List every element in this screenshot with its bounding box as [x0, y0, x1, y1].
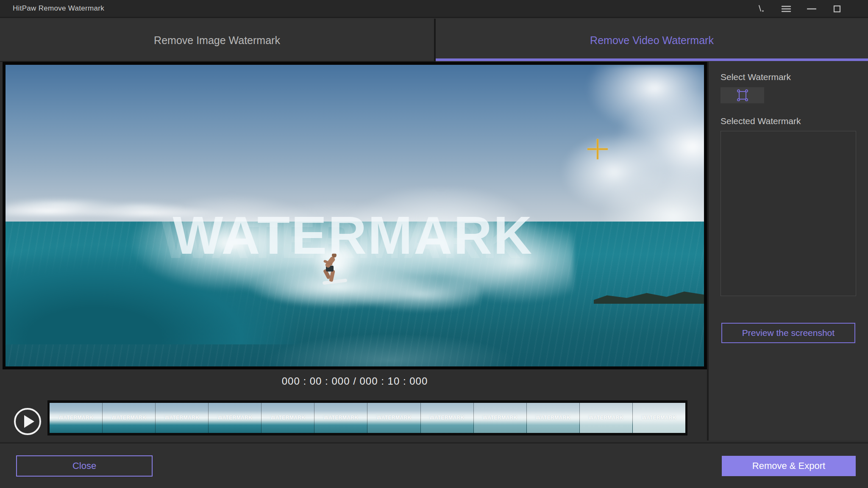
frame-watermark-label: WATERMARK — [633, 414, 685, 420]
window-controls — [755, 0, 843, 18]
filmstrip-frame[interactable]: WATERMARK — [314, 403, 367, 433]
close-button[interactable]: Close — [16, 455, 153, 477]
app-window: HitPaw Remove Watermark — [0, 0, 868, 488]
tab-remove-image-watermark[interactable]: Remove Image Watermark — [0, 19, 434, 62]
footer-bar: Close Remove & Export — [0, 442, 868, 488]
filmstrip-frame[interactable]: WATERMARK — [421, 403, 474, 433]
frame-watermark-label: WATERMARK — [527, 414, 579, 420]
filmstrip-frame[interactable]: WATERMARK — [156, 403, 209, 433]
crosshair-vertical — [597, 139, 598, 159]
active-tab-underline — [436, 58, 868, 61]
filmstrip-frame[interactable]: WATERMARK — [633, 403, 685, 433]
play-button[interactable] — [14, 408, 41, 435]
marquee-selection-icon — [738, 90, 747, 100]
timecode-display: 000 : 00 : 000 / 000 : 10 : 000 — [3, 375, 707, 387]
filmstrip-frames[interactable]: WATERMARKWATERMARKWATERMARKWATERMARKWATE… — [47, 400, 687, 435]
frame-watermark-label: WATERMARK — [580, 414, 632, 420]
feedback-icon[interactable] — [755, 3, 766, 14]
watermark-overlay-text: WATERMARK — [172, 205, 533, 266]
filmstrip-frame[interactable]: WATERMARK — [580, 403, 633, 433]
filmstrip-frame[interactable]: WATERMARK — [474, 403, 527, 433]
filmstrip-frame[interactable]: WATERMARK — [262, 403, 314, 433]
frame-watermark-label: WATERMARK — [156, 414, 208, 420]
frame-watermark-label: WATERMARK — [103, 414, 155, 420]
maximize-icon[interactable] — [832, 3, 843, 14]
select-watermark-label: Select Watermark — [721, 72, 791, 82]
tab-label: Remove Video Watermark — [590, 34, 714, 47]
filmstrip-frame[interactable]: WATERMARK — [50, 403, 103, 433]
tab-bar: Remove Image Watermark Remove Video Wate… — [0, 19, 868, 62]
window-title: HitPaw Remove Watermark — [13, 4, 104, 13]
video-preview-frame: WATERMARK — [3, 62, 707, 369]
minimize-icon[interactable] — [806, 3, 817, 14]
filmstrip-frame[interactable]: WATERMARK — [209, 403, 262, 433]
frame-watermark-label: WATERMARK — [421, 414, 473, 420]
watermark-panel: Select Watermark Selected Watermark Prev… — [709, 62, 868, 441]
title-bar: HitPaw Remove Watermark — [0, 0, 868, 18]
frame-watermark-label: WATERMARK — [209, 414, 261, 420]
filmstrip-frame[interactable]: WATERMARK — [103, 403, 156, 433]
frame-watermark-label: WATERMARK — [474, 414, 526, 420]
video-preview[interactable]: WATERMARK — [6, 65, 704, 366]
selected-watermark-list[interactable] — [721, 131, 856, 296]
remove-export-button[interactable]: Remove & Export — [722, 456, 856, 476]
marquee-selection-tool-button[interactable] — [721, 87, 764, 103]
frame-watermark-label: WATERMARK — [314, 414, 367, 420]
filmstrip-frame[interactable]: WATERMARK — [527, 403, 580, 433]
filmstrip-frame[interactable]: WATERMARK — [367, 403, 420, 433]
selected-watermark-label: Selected Watermark — [721, 116, 801, 126]
frame-watermark-label: WATERMARK — [262, 414, 314, 420]
tab-label: Remove Image Watermark — [154, 34, 280, 47]
frame-watermark-label: WATERMARK — [50, 414, 102, 420]
menu-icon[interactable] — [781, 3, 792, 14]
frame-watermark-label: WATERMARK — [367, 414, 420, 420]
tab-remove-video-watermark[interactable]: Remove Video Watermark — [436, 19, 868, 62]
play-icon — [24, 415, 34, 428]
preview-screenshot-button[interactable]: Preview the screenshot — [721, 323, 855, 343]
